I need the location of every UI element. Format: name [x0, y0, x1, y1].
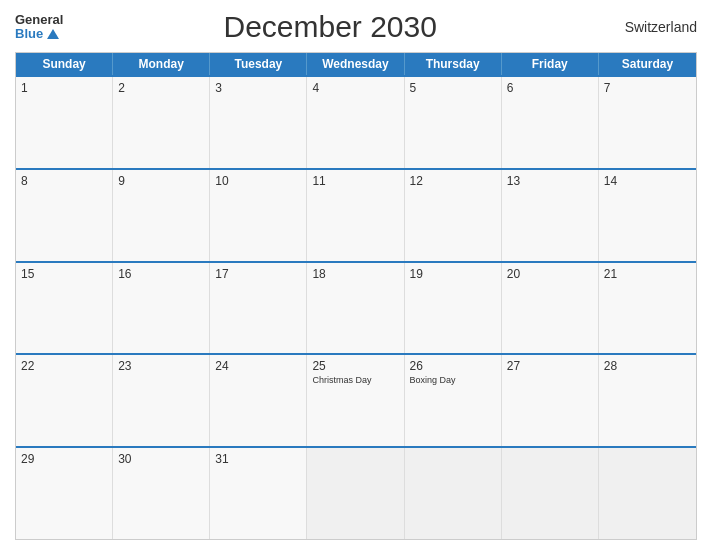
day-cell-empty-4	[599, 448, 696, 539]
day-cell-18: 18	[307, 263, 404, 354]
calendar-container: General Blue December 2030 Switzerland S…	[0, 0, 712, 550]
header-thursday: Thursday	[405, 53, 502, 75]
day-cell-31: 31	[210, 448, 307, 539]
day-cell-19: 19	[405, 263, 502, 354]
header-saturday: Saturday	[599, 53, 696, 75]
day-headers: Sunday Monday Tuesday Wednesday Thursday…	[16, 53, 696, 75]
logo: General Blue	[15, 13, 63, 42]
day-cell-24: 24	[210, 355, 307, 446]
day-cell-27: 27	[502, 355, 599, 446]
logo-general-text: General	[15, 13, 63, 27]
day-cell-16: 16	[113, 263, 210, 354]
day-cell-20: 20	[502, 263, 599, 354]
day-cell-empty-2	[405, 448, 502, 539]
day-cell-2: 2	[113, 77, 210, 168]
day-cell-13: 13	[502, 170, 599, 261]
header-monday: Monday	[113, 53, 210, 75]
day-cell-15: 15	[16, 263, 113, 354]
day-cell-1: 1	[16, 77, 113, 168]
day-cell-empty-1	[307, 448, 404, 539]
day-cell-6: 6	[502, 77, 599, 168]
day-cell-5: 5	[405, 77, 502, 168]
logo-triangle-icon	[47, 29, 59, 39]
day-cell-28: 28	[599, 355, 696, 446]
header-sunday: Sunday	[16, 53, 113, 75]
day-cell-7: 7	[599, 77, 696, 168]
day-cell-17: 17	[210, 263, 307, 354]
day-cell-4: 4	[307, 77, 404, 168]
header-tuesday: Tuesday	[210, 53, 307, 75]
week-row-4: 22 23 24 25 Christmas Day 26 Boxing Day …	[16, 353, 696, 446]
header: General Blue December 2030 Switzerland	[15, 10, 697, 44]
boxing-day-label: Boxing Day	[410, 375, 496, 386]
country-label: Switzerland	[597, 19, 697, 35]
day-cell-14: 14	[599, 170, 696, 261]
week-row-1: 1 2 3 4 5 6 7	[16, 75, 696, 168]
day-cell-22: 22	[16, 355, 113, 446]
header-wednesday: Wednesday	[307, 53, 404, 75]
day-cell-3: 3	[210, 77, 307, 168]
day-cell-25: 25 Christmas Day	[307, 355, 404, 446]
day-cell-12: 12	[405, 170, 502, 261]
day-cell-empty-3	[502, 448, 599, 539]
day-cell-8: 8	[16, 170, 113, 261]
weeks: 1 2 3 4 5 6 7 8 9 10 11 12 13 14 15 16	[16, 75, 696, 539]
calendar-title: December 2030	[63, 10, 597, 44]
week-row-2: 8 9 10 11 12 13 14	[16, 168, 696, 261]
week-row-5: 29 30 31	[16, 446, 696, 539]
calendar-grid: Sunday Monday Tuesday Wednesday Thursday…	[15, 52, 697, 540]
header-friday: Friday	[502, 53, 599, 75]
day-cell-30: 30	[113, 448, 210, 539]
day-cell-29: 29	[16, 448, 113, 539]
day-cell-10: 10	[210, 170, 307, 261]
day-cell-23: 23	[113, 355, 210, 446]
day-cell-26: 26 Boxing Day	[405, 355, 502, 446]
logo-blue-text: Blue	[15, 27, 43, 41]
day-cell-11: 11	[307, 170, 404, 261]
day-cell-21: 21	[599, 263, 696, 354]
christmas-day-label: Christmas Day	[312, 375, 398, 386]
day-cell-9: 9	[113, 170, 210, 261]
week-row-3: 15 16 17 18 19 20 21	[16, 261, 696, 354]
